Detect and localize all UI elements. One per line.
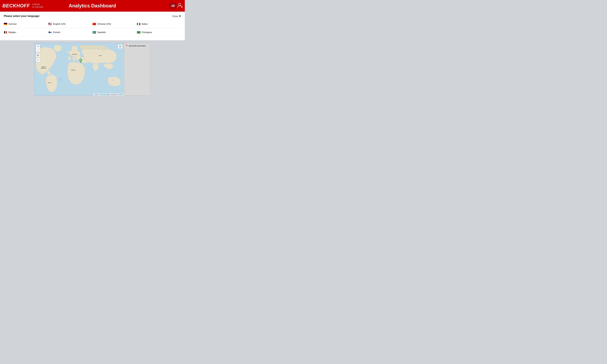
flag-swedish: 🇸🇪 — [92, 31, 96, 34]
lang-label-chinese-cn: Chinese (CN) — [97, 23, 111, 25]
flag-belgian: 🇧🇪 — [4, 31, 7, 34]
lang-label-german: German — [9, 23, 17, 25]
map-section: NORTH AMERICA SOUTH AFRICA EUROPE ASIA A… — [0, 40, 185, 96]
header-time: 14:54:55 — [32, 3, 43, 6]
svg-point-16 — [80, 59, 81, 61]
svg-text:AMERICA: AMERICA — [41, 67, 46, 69]
map-container[interactable]: NORTH AMERICA SOUTH AFRICA EUROPE ASIA A… — [34, 43, 124, 95]
svg-point-0 — [178, 3, 181, 6]
svg-text:Indian: Indian — [111, 79, 114, 81]
layer-button[interactable] — [118, 45, 122, 49]
close-label: Close — [172, 15, 178, 18]
sidebar-item-beckhoff: 📍 Beckhoff Automation — [125, 45, 149, 47]
map-sidebar: 📍 Beckhoff Automation — [124, 43, 150, 95]
svg-text:ASIA: ASIA — [99, 55, 102, 56]
flag-italian: 🇮🇹 — [137, 22, 140, 26]
lang-label-portugese: Portugese — [142, 31, 152, 34]
language-flag-button[interactable]: 🇺🇸 — [170, 3, 176, 8]
lang-item-belgian[interactable]: 🇧🇪 Belgian — [4, 28, 48, 37]
globe-icon — [37, 54, 39, 56]
map-outer: NORTH AMERICA SOUTH AFRICA EUROPE ASIA A… — [34, 43, 151, 96]
lang-label-swedish: Swedish — [97, 31, 106, 34]
language-panel: Please select your language: Close ✕ 🇩🇪 … — [0, 12, 185, 40]
svg-text:Atlantic: Atlantic — [58, 78, 62, 79]
header-date: 22. Feb 2023 — [32, 6, 43, 8]
flag-german: 🇩🇪 — [4, 22, 7, 26]
svg-text:SOUTH: SOUTH — [48, 82, 52, 83]
svg-text:Ocean: Ocean — [59, 79, 62, 81]
svg-text:NORTH: NORTH — [41, 66, 46, 67]
globe-control-button[interactable] — [36, 53, 40, 57]
flag-english-us: 🇺🇸 — [48, 22, 52, 26]
flag-portugese: 🇧🇷 — [137, 31, 140, 34]
header: BECKHOFF 14:54:55 22. Feb 2023 Analytics… — [0, 0, 185, 12]
lang-item-swedish[interactable]: 🇸🇪 Swedish — [92, 28, 137, 37]
map-svg: NORTH AMERICA SOUTH AFRICA EUROPE ASIA A… — [34, 43, 124, 95]
zoom-out-button[interactable]: − — [36, 48, 40, 52]
header-datetime: 14:54:55 22. Feb 2023 — [32, 3, 43, 8]
flag-finnish: 🇫🇮 — [48, 31, 52, 34]
user-icon[interactable] — [177, 2, 182, 9]
lang-item-chinese-cn[interactable]: 🇨🇳 Chinese (CN) — [92, 20, 137, 28]
lang-label-belgian: Belgian — [9, 31, 16, 34]
map-zoom-controls: + − — [36, 45, 40, 52]
svg-point-20 — [38, 59, 38, 60]
lang-item-italian[interactable]: 🇮🇹 Italian — [137, 20, 181, 28]
sidebar-pin-icon: 📍 — [125, 45, 128, 47]
language-grid: 🇩🇪 German 🇺🇸 English (US) 🇨🇳 Chinese (CN… — [4, 20, 181, 37]
lang-item-portugese[interactable]: 🇧🇷 Portugese — [137, 28, 181, 37]
svg-text:AFRICA: AFRICA — [71, 69, 76, 71]
close-button[interactable]: Close ✕ — [172, 14, 181, 18]
sidebar-item-label: Beckhoff Automation — [129, 45, 146, 47]
lang-label-italian: Italian — [142, 23, 148, 25]
lang-item-english-us[interactable]: 🇺🇸 English (US) — [48, 20, 92, 28]
layers-icon — [119, 45, 121, 48]
locate-control-button[interactable] — [36, 58, 40, 62]
header-title: Analytics Dashboard — [69, 3, 116, 9]
svg-text:EUROPE: EUROPE — [72, 54, 77, 55]
locate-icon — [37, 59, 39, 61]
lang-item-finnish[interactable]: 🇫🇮 Finnish — [48, 28, 92, 37]
map-attribution: Leaflet | © OpenStreetMap contributors ©… — [93, 93, 124, 95]
map-extra-controls — [36, 53, 40, 62]
close-x-icon: ✕ — [179, 14, 181, 18]
logo: BECKHOFF — [2, 3, 30, 9]
lang-label-finnish: Finnish — [53, 31, 60, 34]
lang-item-german[interactable]: 🇩🇪 German — [4, 20, 48, 28]
zoom-in-button[interactable]: + — [36, 45, 40, 48]
lang-label-english-us: English (US) — [53, 23, 66, 25]
flag-chinese-cn: 🇨🇳 — [92, 22, 96, 26]
lang-panel-title: Please select your language: — [4, 14, 181, 18]
svg-marker-25 — [119, 46, 121, 47]
header-right: 🇺🇸 — [170, 2, 182, 9]
